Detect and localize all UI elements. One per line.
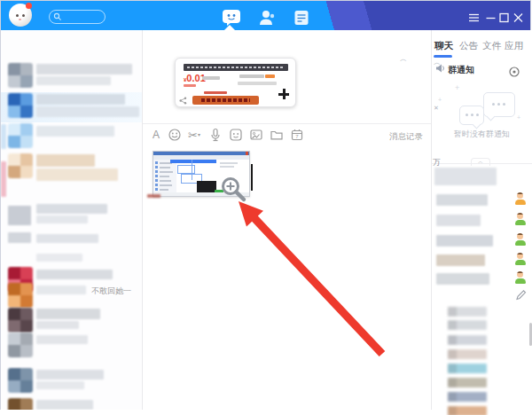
chat-avatar <box>8 123 33 148</box>
card-dark-title-bar <box>184 64 288 71</box>
chat-avatar <box>8 308 33 333</box>
chat-list-item[interactable] <box>1 232 143 254</box>
censored-app-item <box>448 307 487 317</box>
censored-text-bar <box>36 154 95 167</box>
search-icon <box>53 12 62 21</box>
censored-app-item <box>448 335 487 345</box>
notification-dot <box>26 3 32 9</box>
member-avatar-body <box>515 278 526 284</box>
censored-text-bar <box>36 234 98 243</box>
chat-list-item[interactable] <box>1 204 143 231</box>
contacts-tab-icon[interactable] <box>256 9 278 27</box>
chat-list-item[interactable] <box>1 332 143 356</box>
chat-avatar <box>8 283 33 308</box>
member-avatar-body <box>515 200 526 205</box>
chat-list-item[interactable] <box>1 92 143 122</box>
censored-member-header <box>434 168 497 185</box>
magnifier-zoom-icon[interactable] <box>219 175 249 205</box>
chat-list-item[interactable] <box>1 307 143 332</box>
chat-list-item[interactable] <box>1 62 143 92</box>
censored-member-name <box>436 273 489 285</box>
chat-avatar <box>8 93 33 118</box>
censored-member-name <box>436 235 493 247</box>
minimize-icon[interactable] <box>485 12 497 23</box>
censored-app-item <box>448 320 487 330</box>
member-avatar-icon[interactable] <box>514 271 526 284</box>
voice-icon[interactable] <box>208 128 223 142</box>
censored-text-bar <box>1 161 6 197</box>
member-avatar-icon[interactable] <box>514 192 526 205</box>
search-input[interactable] <box>49 10 106 24</box>
avatar-nose <box>19 19 21 20</box>
input-toolbar: A ✂▾ <box>143 123 431 145</box>
chat-avatar <box>8 398 33 410</box>
message-input[interactable]: 发送(S) <box>143 145 431 392</box>
group-side-panel: 聊天 公告 文件 应用 ︿ ✕ 群通知 + + + 暂时没有群通知 ︿ <box>431 30 532 410</box>
censored-app-item <box>448 392 487 402</box>
censored-text-bar <box>36 106 139 117</box>
font-format-icon[interactable]: A <box>149 128 163 142</box>
member-avatar-icon[interactable] <box>514 253 526 265</box>
censored-text-bar <box>36 76 111 85</box>
censored-app-item <box>448 364 487 373</box>
member-avatar-head <box>517 213 523 219</box>
censored-text-bar <box>36 168 118 181</box>
censored-text <box>238 82 277 85</box>
main-menu-icon[interactable] <box>468 12 480 23</box>
calendar-icon[interactable]: 7 <box>290 128 304 142</box>
messages-tab-icon[interactable] <box>221 9 242 27</box>
emoji-icon[interactable] <box>168 128 182 142</box>
share-icon <box>179 97 187 105</box>
member-avatar-body <box>515 220 526 225</box>
screenshot-scissors-icon[interactable]: ✂▾ <box>187 128 201 142</box>
member-avatar-body <box>515 260 526 265</box>
message-history-button[interactable]: 消息记录 <box>389 131 423 143</box>
censored-text-bar <box>8 232 31 243</box>
censored-text-bar <box>36 94 125 105</box>
member-avatar-head <box>517 271 523 278</box>
message-image-card[interactable]: ¥0.01 <box>175 58 296 107</box>
censored-app-item <box>448 406 487 415</box>
titlebar <box>1 1 530 30</box>
scroll-up-chevron[interactable]: ︿ <box>400 56 407 63</box>
member-avatar-icon[interactable] <box>514 213 526 225</box>
chat-list-item[interactable] <box>1 122 143 153</box>
thumb-selection-bar <box>170 160 216 163</box>
censored-member-name <box>436 215 481 226</box>
zoom-plus-cursor-icon <box>278 89 289 99</box>
censored-text-bar <box>36 254 82 262</box>
member-avatar-icon[interactable] <box>514 233 526 246</box>
close-icon[interactable] <box>512 12 524 23</box>
maximize-icon[interactable] <box>498 12 510 23</box>
chat-main: ¥0.01 ︿ A <box>143 30 431 410</box>
censored-app-item <box>448 378 487 388</box>
chat-list-item[interactable] <box>1 254 143 266</box>
chat-list-item[interactable]: 不敢回她一 <box>1 282 143 305</box>
file-folder-icon[interactable] <box>270 128 284 142</box>
chat-list-item[interactable] <box>1 367 143 394</box>
censored-red-text <box>204 91 227 94</box>
promo-banner <box>192 96 259 105</box>
chat-avatar <box>8 153 33 178</box>
censored-text-bar <box>36 204 107 214</box>
sticker-icon[interactable] <box>229 128 243 142</box>
edit-pencil-icon[interactable] <box>515 289 527 301</box>
censored-text-bar <box>8 206 31 225</box>
censored-text <box>202 76 220 80</box>
avatar-eye <box>16 14 19 17</box>
censored-app-item <box>448 349 487 359</box>
chat-avatar <box>8 368 33 393</box>
censored-member-name <box>436 254 485 266</box>
censored-text-bar <box>36 335 88 344</box>
censored-red-fragment <box>147 194 160 198</box>
censored-text <box>239 74 264 78</box>
member-avatar-head <box>517 233 523 239</box>
chat-list-item[interactable] <box>1 153 143 202</box>
member-avatar-body <box>515 240 526 246</box>
chat-list-item[interactable] <box>1 397 143 410</box>
workspace-tab-icon[interactable] <box>291 9 312 27</box>
censored-text-bar <box>36 126 114 137</box>
censored-text-bar <box>36 64 132 74</box>
image-icon[interactable] <box>249 128 263 142</box>
chat-preview-text: 不敢回她一 <box>91 286 131 297</box>
